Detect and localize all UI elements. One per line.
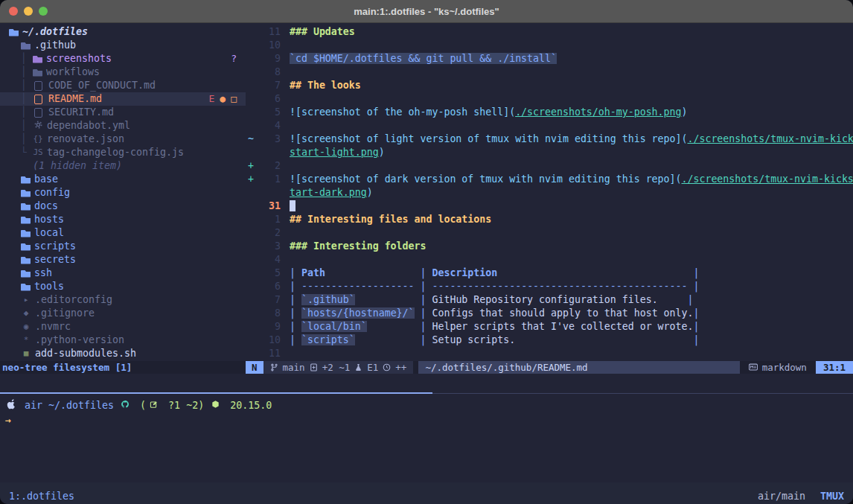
editor-line[interactable]: 5![screenshot of the oh-my-posh shell](.… [246,106,853,119]
line-number: 9 [258,320,281,334]
gutter-sign [246,186,258,200]
line-number: 7 [258,293,281,307]
editor-line[interactable]: 3### Interesting folders [246,240,853,253]
filetype-segment: markdown [749,361,816,374]
editor-line[interactable]: 5| Path | Description | [246,267,853,280]
gutter-sign [246,25,258,39]
shell-input-line[interactable]: → [5,414,853,427]
filetype-label: markdown [762,361,807,374]
git-status-badges: E●□ [209,92,237,106]
line-number: 10 [258,39,281,52]
tree-item-.gitignore[interactable]: ◆.gitignore [0,307,246,320]
editor-line[interactable]: 1## Interesting files and locations [246,213,853,226]
folder-icon [21,176,31,184]
gutter-sign: ~ [246,133,258,146]
editor-line[interactable]: 10| `scripts` | Setup scripts. | [246,334,853,347]
editor-line[interactable]: 4 [246,253,853,267]
tmux-status-bar: 1:.dotfiles air/main TMUX [0,482,853,504]
tree-item-base[interactable]: base [0,173,246,186]
gutter-sign: + [246,159,258,173]
editor-line[interactable]: 4 [246,119,853,133]
editor-line[interactable]: 11 [246,347,853,360]
shell-pane[interactable]: air~/.dotfiles(?1 ~2)20.15.0 → [0,394,853,482]
tree-item-config[interactable]: config [0,186,246,200]
tree-item-renovate.json[interactable]: │{}renovate.json [0,133,246,146]
tree-item-secrets[interactable]: secrets [0,253,246,267]
tree-item-.nvmrc[interactable]: ◉.nvmrc [0,320,246,334]
tree-item-code-of-conduct.md[interactable]: │CODE_OF_CONDUCT.md [0,79,246,92]
folder-open-icon [9,29,19,36]
gutter-sign: + [246,173,258,186]
line-number [258,186,281,200]
folder-icon [21,243,31,251]
gutter-sign [246,39,258,52]
line-number: 8 [258,66,281,79]
tree-item-.editorconfig[interactable]: ▸.editorconfig [0,293,246,307]
line-number: 11 [258,347,281,360]
tree-item-tag-changelog-config.js[interactable]: └JStag-changelog-config.js [0,146,246,159]
editor-line[interactable]: 7## The looks [246,79,853,92]
editor-line[interactable]: 10 [246,39,853,52]
diagnostics-count: E1 [367,361,378,374]
command-line-area [0,374,853,392]
line-number: 10 [258,334,281,347]
editor-line[interactable]: +2 [246,159,853,173]
git-branch-icon [270,363,278,371]
editor-line[interactable]: start-light.png) [246,146,853,159]
editor-buffer[interactable]: 11### Updates109`cd $HOME/.dotfiles && g… [246,23,853,361]
editor-line[interactable]: 2 [246,226,853,240]
tree-item-scripts[interactable]: scripts [0,240,246,253]
tmux-window-label[interactable]: 1:.dotfiles [9,491,74,502]
gutter-sign [246,240,258,253]
editor-line[interactable]: 31 [246,200,853,213]
tree-item--1-hidden-item-[interactable]: (1 hidden item) [0,159,246,173]
gutter-sign [246,253,258,267]
tree-item-readme.md[interactable]: │README.mdE●□ [0,92,246,106]
editor-line[interactable]: ~3![screenshot of light version of tmux … [246,133,853,146]
gutter-sign [246,334,258,347]
pencil-box-icon [148,399,159,412]
tmux-pane-border[interactable] [0,392,853,394]
editor-line[interactable]: 6| ------------------- | ---------------… [246,280,853,293]
tree-item-dependabot.yml[interactable]: │dependabot.yml [0,119,246,133]
editor-line[interactable]: 7| `.github` | GitHub Repository configu… [246,293,853,307]
diamond-icon: ◆ [21,307,31,320]
line-number [258,146,281,159]
gutter-sign [246,52,258,66]
tree-item--.dotfiles[interactable]: ~/.dotfiles [0,25,246,39]
tree-item-screenshots[interactable]: │screenshots? [0,52,246,66]
tree-item-.github[interactable]: .github [0,39,246,52]
badge: □ [231,92,237,106]
gutter-sign [246,66,258,79]
folder-open-icon [21,42,31,50]
tree-item-.python-version[interactable]: *.python-version [0,334,246,347]
editor-line[interactable]: 11### Updates [246,25,853,39]
tree-guide: │ [21,119,33,133]
braces-icon: {} [33,133,43,146]
line-number: 2 [258,226,281,240]
gutter-sign [246,146,258,159]
editor-line[interactable]: tart-dark.png) [246,186,853,200]
tree-item-workflows[interactable]: │workflows [0,66,246,79]
tree-guide [21,159,33,173]
editor-line[interactable]: 6 [246,92,853,106]
tree-item-add-submodules.sh[interactable]: ■add-submodules.sh [0,347,246,360]
tree-item-ssh[interactable]: ssh [0,267,246,280]
tmux-session-name: air/main [758,491,805,502]
window-title: main:1:.dotfiles - "ks~/.dotfiles" [0,6,853,17]
tree-item-tools[interactable]: tools [0,280,246,293]
editor-line[interactable]: +1![screenshot of dark version of tmux w… [246,173,853,186]
tree-item-local[interactable]: local [0,226,246,240]
tree-item-security.md[interactable]: │SECURITY.md [0,106,246,119]
editor-line[interactable]: 8| `hosts/{hostname}/` | Configs that sh… [246,307,853,320]
extra-flags: ++ [395,361,406,374]
tree-item-hosts[interactable]: hosts [0,213,246,226]
editor-line[interactable]: 9| `local/bin` | Helper scripts that I'v… [246,320,853,334]
badge: ● [220,92,226,106]
markdown-file-icon [749,361,758,374]
tree-item-docs[interactable]: docs [0,200,246,213]
prompt-symbol: → [5,415,11,426]
editor-line[interactable]: 8 [246,66,853,79]
file-icon [34,108,42,118]
editor-line[interactable]: 9`cd $HOME/.dotfiles && git pull && ./in… [246,52,853,66]
